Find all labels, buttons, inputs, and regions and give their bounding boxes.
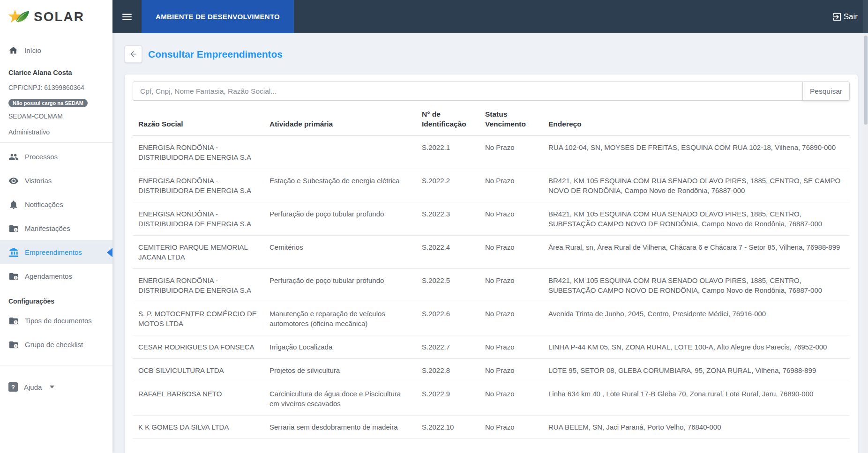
svg-text:i: i [15, 320, 16, 323]
bell-icon [8, 200, 19, 210]
back-button[interactable] [125, 45, 142, 63]
cell-razao-social: ENERGISA RONDÔNIA - DISTRIBUIDORA DE ENE… [133, 136, 264, 169]
scrollbar-track-top [863, 0, 868, 33]
cell-numero-identificacao: S.2022.2 [416, 169, 479, 202]
table-body: ENERGISA RONDÔNIA - DISTRIBUIDORA DE ENE… [133, 136, 850, 439]
cell-atividade-primaria: Serraria sem desdobramento de madeira [264, 416, 416, 439]
table-row: S. P. MOTOCENTER COMÉRCIO DE MOTOS LTDA … [133, 302, 850, 335]
cell-numero-identificacao: S.2022.3 [416, 202, 479, 236]
cell-status-vencimento: No Prazo [479, 359, 543, 382]
cell-razao-social: RAFAEL BARBOSA NETO [133, 382, 264, 416]
environment-button[interactable]: AMBIENTE DE DESENVOLVIMENTO [142, 0, 294, 33]
sidebar-item-label: Processos [25, 153, 58, 161]
cell-status-vencimento: No Prazo [479, 302, 543, 335]
sidebar: SOLAR Início Clarice Alana Costa CPF/CNP… [0, 0, 112, 453]
sidebar-item-vistorias[interactable]: Vistorias [0, 169, 112, 193]
sidebar-item-empreendimentos[interactable]: Empreendimentos [0, 240, 112, 264]
active-item-caret-icon [107, 248, 112, 257]
cell-atividade-primaria: Carcinicultura de água doce e Piscicultu… [264, 382, 416, 416]
col-header-numero-identificacao: N° de Identificação [416, 104, 479, 136]
cell-numero-identificacao: S.2022.8 [416, 359, 479, 382]
sidebar-item-label: Início [24, 46, 41, 54]
cell-razao-social: OCB SILVICULTURA LTDA [133, 359, 264, 382]
logout-button[interactable]: Sair [829, 10, 861, 24]
hamburger-icon [121, 11, 133, 23]
cell-endereco: BR421, KM 105 ESQUINA COM RUA SENADO OLA… [543, 269, 850, 302]
sidebar-item-label: Notificações [25, 201, 63, 208]
folder-info-icon: i [8, 223, 19, 234]
cell-atividade-primaria: Manutenção e reparação de veículos autom… [264, 302, 416, 335]
cell-numero-identificacao: S.2022.6 [416, 302, 479, 335]
cell-status-vencimento: No Prazo [479, 136, 543, 169]
home-icon [8, 45, 18, 55]
vertical-scrollbar[interactable] [863, 0, 868, 453]
folder-info-icon: i [8, 316, 19, 326]
logout-label: Sair [844, 12, 858, 22]
table-header-row: Razão Social Atividade primária N° de Id… [133, 104, 850, 136]
cell-atividade-primaria: Perfuração de poço tubular profundo [264, 269, 416, 302]
help-icon: ? [8, 382, 18, 392]
user-name: Clarice Alana Costa [8, 69, 104, 76]
sidebar-item-label: Grupo de checklist [25, 341, 83, 349]
cell-endereco: BR421, KM 105 ESQUINA COM RUA SENADO OLA… [543, 202, 850, 236]
col-header-razao-social: Razão Social [133, 104, 264, 136]
topbar: AMBIENTE DE DESENVOLVIMENTO Sair [112, 0, 868, 33]
arrow-left-icon [129, 50, 138, 59]
app-root: SOLAR Início Clarice Alana Costa CPF/CNP… [0, 0, 868, 453]
page-title: Consultar Empreendimentos [148, 49, 283, 60]
sidebar-divider [0, 365, 112, 365]
table-row: OCB SILVICULTURA LTDA Projetos de silvic… [133, 359, 850, 382]
search-input[interactable] [133, 82, 802, 101]
sidebar-item-label: Ajuda [24, 383, 42, 391]
content-card: Pesquisar Razão Social Atividade primári… [125, 74, 858, 453]
sidebar-item-agendamentos[interactable]: i Agendamentos [0, 264, 112, 288]
sidebar-item-tipos-de-documentos[interactable]: i Tipos de documentos [0, 309, 112, 333]
sidebar-item-inicio[interactable]: Início [0, 39, 112, 61]
sidebar-item-label: Agendamentos [25, 272, 72, 280]
user-info: Clarice Alana Costa CPF/CNPJ: 6139986036… [0, 61, 112, 136]
search-button[interactable]: Pesquisar [802, 82, 850, 101]
cell-razao-social: ENERGISA RONDÔNIA - DISTRIBUIDORA DE ENE… [133, 202, 264, 236]
solar-star-leaf-icon [6, 6, 30, 28]
sidebar-item-label: Empreendimentos [25, 248, 82, 256]
table-row: ENERGISA RONDÔNIA - DISTRIBUIDORA DE ENE… [133, 202, 850, 236]
eye-icon [8, 176, 19, 186]
sidebar-item-processos[interactable]: Processos [0, 145, 112, 169]
svg-text:i: i [15, 228, 16, 231]
cell-status-vencimento: No Prazo [479, 382, 543, 416]
svg-text:i: i [15, 344, 16, 347]
cell-razao-social: CEMITERIO PARQUE MEMORIAL JACANA LTDA [133, 236, 264, 269]
sidebar-item-ajuda[interactable]: ? Ajuda [0, 376, 112, 398]
table-row: ENERGISA RONDÔNIA - DISTRIBUIDORA DE ENE… [133, 169, 850, 202]
cell-numero-identificacao: S.2022.5 [416, 269, 479, 302]
table-row: CEMITERIO PARQUE MEMORIAL JACANA LTDA Ce… [133, 236, 850, 269]
sidebar-item-label: Vistorias [25, 177, 52, 185]
cell-endereco: RUA 102-04, SN, MOYSES DE FREITAS, ESQUI… [543, 136, 850, 169]
sidebar-nav: Início Clarice Alana Costa CPF/CNPJ: 613… [0, 33, 112, 398]
cell-atividade-primaria: Projetos de silvicultura [264, 359, 416, 382]
cell-endereco: Avenida Trinta de Junho, 2045, Centro, P… [543, 302, 850, 335]
cell-numero-identificacao: S.2022.9 [416, 382, 479, 416]
cell-endereco: Linha 634 km 40 , Lote Rural 17-B Gleba … [543, 382, 850, 416]
user-role-badge: Não possui cargo na SEDAM [8, 99, 88, 107]
cell-endereco: RUA BELEM, SN, Jaci Paraná, Porto Velho,… [543, 416, 850, 439]
cell-razao-social: ENERGISA RONDÔNIA - DISTRIBUIDORA DE ENE… [133, 169, 264, 202]
cell-status-vencimento: No Prazo [479, 335, 543, 359]
sidebar-item-grupo-de-checklist[interactable]: i Grupo de checklist [0, 333, 112, 356]
scrollbar-thumb[interactable] [864, 36, 868, 125]
cell-numero-identificacao: S.2022.7 [416, 335, 479, 359]
cell-razao-social: S. P. MOTOCENTER COMÉRCIO DE MOTOS LTDA [133, 302, 264, 335]
sidebar-item-notificacoes[interactable]: Notificações [0, 193, 112, 216]
cell-endereco: LINHA P-44 KM 05, SN, ZONA RURAL, LOTE 1… [543, 335, 850, 359]
col-header-status-vencimento: Status Vencimento [479, 104, 543, 136]
svg-text:i: i [15, 275, 16, 279]
cell-numero-identificacao: S.2022.4 [416, 236, 479, 269]
cell-atividade-primaria: Cemitérios [264, 236, 416, 269]
main-content: Consultar Empreendimentos Pesquisar Razã… [112, 33, 868, 453]
cell-status-vencimento: No Prazo [479, 236, 543, 269]
cell-razao-social: ENERGISA RONDÔNIA - DISTRIBUIDORA DE ENE… [133, 269, 264, 302]
menu-toggle-button[interactable] [112, 0, 142, 33]
table-row: RAFAEL BARBOSA NETO Carcinicultura de ág… [133, 382, 850, 416]
table-row: ENERGISA RONDÔNIA - DISTRIBUIDORA DE ENE… [133, 269, 850, 302]
sidebar-item-manifestacoes[interactable]: i Manifestações [0, 216, 112, 240]
